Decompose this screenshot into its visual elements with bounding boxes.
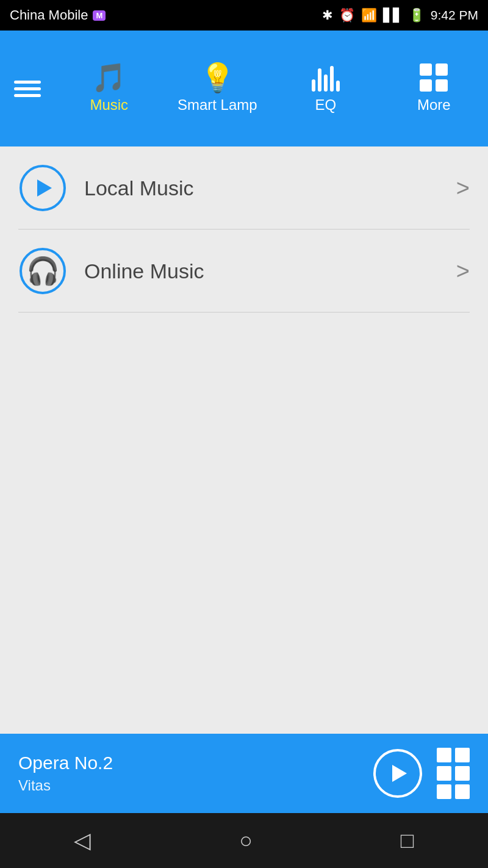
wifi-icon: 📶 [361,8,377,23]
hamburger-menu-button[interactable] [0,31,55,146]
online-music-item[interactable]: 🎧 Online Music > [0,230,488,313]
player-title: Opera No.2 [18,753,373,773]
player-playlist-button[interactable] [437,748,470,799]
carrier-name: China Mobile [10,7,88,23]
player-play-button[interactable] [373,749,422,798]
main-content: Local Music > 🎧 Online Music > [0,146,488,734]
local-music-arrow: > [456,175,470,201]
player-info: Opera No.2 Vitas [18,753,373,794]
play-circle-icon [20,165,66,211]
play-triangle [37,179,52,197]
online-music-icon: 🎧 [18,247,67,295]
status-icons: ✱ ⏰ 📶 ▋▋ 🔋 9:42 PM [322,8,478,23]
bluetooth-icon: ✱ [322,8,333,23]
local-music-item[interactable]: Local Music > [0,146,488,230]
hamburger-line-1 [14,81,41,84]
time-display: 9:42 PM [431,8,478,23]
player-play-triangle [392,765,407,782]
eq-icon [312,63,340,92]
alarm-icon: ⏰ [339,8,355,23]
player-artist: Vitas [18,777,373,794]
tab-smart-lamp[interactable]: 💡 Smart Lamp [163,31,272,146]
player-controls [373,748,470,799]
back-button[interactable]: ◁ [56,822,109,859]
home-button[interactable]: ○ [221,822,271,859]
online-music-arrow: > [456,258,470,284]
carrier-info: China Mobile M [10,7,106,23]
local-music-icon [18,164,67,212]
tab-eq-label: EQ [315,96,336,114]
tab-music[interactable]: 🎵 Music [55,31,163,146]
more-grid-icon [420,63,448,92]
tab-music-label: Music [90,96,128,114]
status-bar: China Mobile M ✱ ⏰ 📶 ▋▋ 🔋 9:42 PM [0,0,488,31]
recent-apps-button[interactable]: □ [382,822,432,859]
tab-more[interactable]: More [380,31,489,146]
hamburger-line-2 [14,87,41,90]
disc-icon: 🎧 [20,248,66,294]
music-icon: 🎵 [92,63,126,92]
local-music-label: Local Music [84,176,456,200]
nav-tabs: 🎵 Music 💡 Smart Lamp EQ [55,31,488,146]
android-navigation: ◁ ○ □ [0,813,488,868]
battery-icon: 🔋 [409,8,425,23]
hamburger-line-3 [14,94,41,97]
online-music-label: Online Music [84,259,456,283]
tab-smart-lamp-label: Smart Lamp [178,96,257,114]
navigation-bar: 🎵 Music 💡 Smart Lamp EQ [0,31,488,146]
tab-more-label: More [417,96,451,114]
miui-badge: M [93,10,106,21]
tab-eq[interactable]: EQ [271,31,380,146]
signal-icon: ▋▋ [383,8,403,23]
lamp-icon: 💡 [200,63,235,92]
bottom-player: Opera No.2 Vitas [0,734,488,813]
